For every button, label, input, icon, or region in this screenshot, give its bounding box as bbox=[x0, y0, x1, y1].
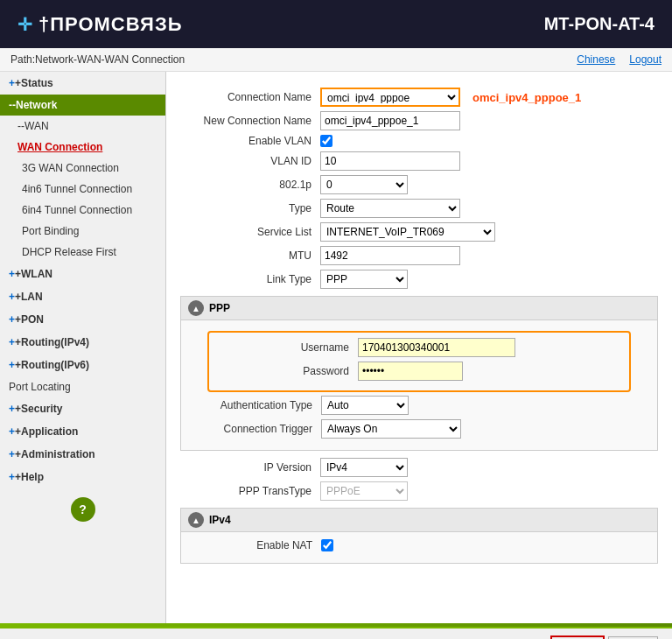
logo-icon: ✛ bbox=[18, 14, 33, 35]
ppp-header: ▲ PPP bbox=[181, 297, 657, 320]
conn-trigger-label: Connection Trigger bbox=[181, 423, 321, 435]
mtu-input[interactable] bbox=[320, 246, 460, 265]
ipv4-body: Enable NAT bbox=[181, 532, 657, 563]
username-label: Username bbox=[218, 341, 358, 354]
dot1p-select[interactable]: 0 bbox=[320, 175, 408, 194]
sidebar-item-wan-connection[interactable]: WAN Connection bbox=[0, 137, 165, 158]
sidebar-item-port-locating[interactable]: Port Locating bbox=[0, 376, 165, 397]
ipv4-header: ▲ IPv4 bbox=[181, 509, 657, 532]
new-connection-name-label: New Connection Name bbox=[180, 115, 320, 127]
ppp-body: Username Password Authentication Type Au… bbox=[181, 320, 657, 450]
ppp-highlight-box: Username Password bbox=[207, 331, 631, 392]
sidebar-item-dhcp[interactable]: DHCP Release First bbox=[0, 242, 165, 263]
help-plus-icon: + bbox=[9, 471, 15, 483]
breadcrumb: Path:Network-WAN-WAN Connection bbox=[10, 53, 185, 66]
vlan-id-input[interactable] bbox=[320, 151, 460, 171]
username-row: Username bbox=[218, 338, 620, 357]
link-type-select[interactable]: PPP bbox=[320, 270, 408, 289]
password-input[interactable] bbox=[358, 362, 463, 381]
sidebar: ++Status --Network --WAN WAN Connection … bbox=[0, 72, 166, 623]
new-connection-name-input[interactable] bbox=[320, 111, 460, 130]
vlan-id-row: VLAN ID bbox=[180, 151, 658, 171]
sidebar-item-routing-ipv6[interactable]: ++Routing(IPv6) bbox=[0, 354, 165, 376]
logout-link[interactable]: Logout bbox=[629, 53, 662, 66]
modify-button[interactable]: Modify bbox=[550, 635, 606, 639]
ppp-section: ▲ PPP Username Password bbox=[180, 296, 658, 451]
sidebar-item-wan[interactable]: --WAN bbox=[0, 116, 165, 137]
type-select[interactable]: Route bbox=[320, 199, 460, 218]
link-type-label: Link Type bbox=[180, 273, 320, 285]
ppp-transtype-row: PPP TransType PPPoE bbox=[180, 481, 658, 501]
path-links: Chinese Logout bbox=[577, 53, 662, 66]
service-list-select[interactable]: INTERNET_VoIP_TR069 bbox=[320, 222, 495, 242]
service-list-label: Service List bbox=[180, 226, 320, 238]
header: ✛ †ПРОМСВЯЗЬ MT-PON-AT-4 bbox=[0, 0, 672, 48]
ipv4-section: ▲ IPv4 Enable NAT bbox=[180, 508, 658, 564]
sidebar-item-pon[interactable]: ++PON bbox=[0, 308, 165, 331]
ip-version-label: IP Version bbox=[180, 461, 320, 474]
conn-trigger-select[interactable]: Always On bbox=[321, 419, 461, 439]
routing4-plus-icon: + bbox=[9, 336, 15, 348]
device-name: MT-PON-AT-4 bbox=[544, 14, 654, 34]
sidebar-item-3g-wan[interactable]: 3G WAN Connection bbox=[0, 158, 165, 179]
admin-plus-icon: + bbox=[9, 448, 15, 460]
connection-name-label: Connection Name bbox=[180, 91, 320, 103]
sidebar-item-network[interactable]: --Network bbox=[0, 95, 165, 116]
security-plus-icon: + bbox=[9, 403, 15, 415]
sidebar-item-application[interactable]: ++Application bbox=[0, 420, 165, 443]
wlan-plus-icon: + bbox=[9, 268, 15, 280]
sidebar-item-administration[interactable]: ++Administration bbox=[0, 443, 165, 466]
lan-plus-icon: + bbox=[9, 291, 15, 303]
dot1p-label: 802.1p bbox=[180, 179, 320, 191]
enable-nat-checkbox[interactable] bbox=[321, 539, 333, 551]
enable-nat-label: Enable NAT bbox=[181, 539, 321, 551]
dot1p-row: 802.1p 0 bbox=[180, 175, 658, 194]
vlan-id-label: VLAN ID bbox=[180, 155, 320, 167]
sidebar-item-4in6[interactable]: 4in6 Tunnel Connection bbox=[0, 179, 165, 200]
ip-version-select[interactable]: IPv4 bbox=[320, 458, 408, 477]
connection-name-highlight: omci_ipv4_pppoe_1 bbox=[472, 91, 581, 104]
auth-type-row: Authentication Type Auto bbox=[181, 396, 657, 415]
logo: ✛ †ПРОМСВЯЗЬ bbox=[18, 13, 183, 36]
ipv4-label: IPv4 bbox=[209, 514, 231, 526]
service-list-row: Service List INTERNET_VoIP_TR069 bbox=[180, 222, 658, 242]
sidebar-item-status[interactable]: ++Status bbox=[0, 72, 165, 95]
sidebar-item-port-binding[interactable]: Port Binding bbox=[0, 221, 165, 242]
sidebar-item-security[interactable]: ++Security bbox=[0, 397, 165, 420]
mtu-label: MTU bbox=[180, 249, 320, 262]
plus-icon: + bbox=[9, 77, 15, 89]
type-label: Type bbox=[180, 202, 320, 214]
auth-type-select[interactable]: Auto bbox=[321, 396, 409, 415]
help-button[interactable]: ? bbox=[71, 497, 95, 522]
routing6-plus-icon: + bbox=[9, 359, 15, 371]
sidebar-item-wlan[interactable]: ++WLAN bbox=[0, 263, 165, 285]
enable-vlan-row: Enable VLAN bbox=[180, 135, 658, 147]
link-type-row: Link Type PPP bbox=[180, 270, 658, 289]
ppp-collapse-icon[interactable]: ▲ bbox=[188, 300, 204, 316]
username-input[interactable] bbox=[358, 338, 515, 357]
connection-name-wrapper: omci_ipv4_pppoe_ omci_ipv4_pppoe_1 bbox=[320, 88, 581, 107]
ipv4-collapse-icon[interactable]: ▲ bbox=[188, 512, 204, 528]
conn-trigger-row: Connection Trigger Always On bbox=[181, 419, 657, 439]
sidebar-item-lan[interactable]: ++LAN bbox=[0, 285, 165, 308]
ppp-transtype-label: PPP TransType bbox=[180, 485, 320, 497]
new-connection-name-row: New Connection Name bbox=[180, 111, 658, 130]
sidebar-item-6in4[interactable]: 6in4 Tunnel Connection bbox=[0, 200, 165, 221]
main-layout: ++Status --Network --WAN WAN Connection … bbox=[0, 72, 672, 623]
ppp-label: PPP bbox=[209, 302, 230, 314]
ppp-transtype-select[interactable]: PPPoE bbox=[320, 481, 408, 501]
chinese-link[interactable]: Chinese bbox=[577, 53, 615, 66]
password-row: Password bbox=[218, 362, 620, 381]
enable-vlan-checkbox[interactable] bbox=[320, 135, 332, 147]
type-row: Type Route bbox=[180, 199, 658, 218]
mtu-row: MTU bbox=[180, 246, 658, 265]
pon-plus-icon: + bbox=[9, 313, 15, 326]
logo-text: †ПРОМСВЯЗЬ bbox=[38, 13, 183, 36]
path-bar: Path:Network-WAN-WAN Connection Chinese … bbox=[0, 48, 672, 72]
app-plus-icon: + bbox=[9, 425, 15, 438]
connection-name-select[interactable]: omci_ipv4_pppoe_ bbox=[320, 88, 460, 107]
password-label: Password bbox=[218, 365, 358, 377]
sidebar-item-routing-ipv4[interactable]: ++Routing(IPv4) bbox=[0, 331, 165, 354]
ip-version-row: IP Version IPv4 bbox=[180, 458, 658, 477]
sidebar-item-help[interactable]: ++Help bbox=[0, 466, 165, 488]
